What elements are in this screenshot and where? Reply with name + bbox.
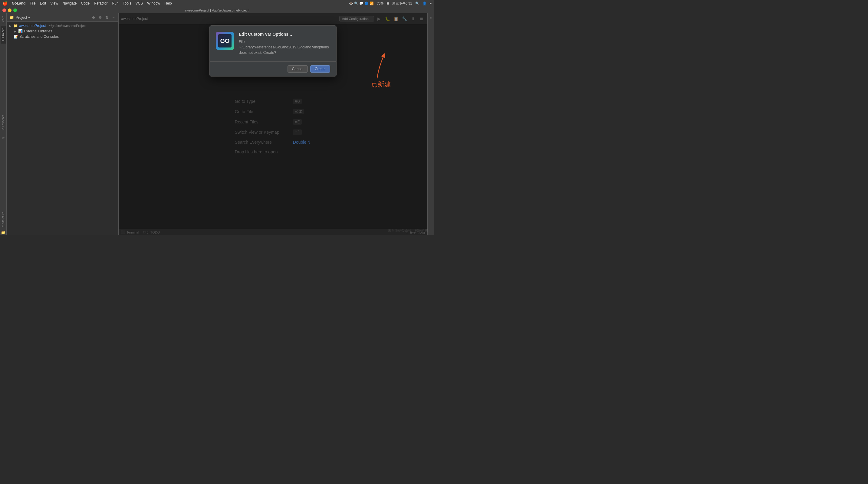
window-title: awesomeProject [~/go/src/awesomeProject] (185, 8, 249, 12)
dialog-title: Edit Custom VM Options... (239, 32, 330, 37)
annotation-text: 点新建 (371, 80, 391, 89)
folder-icon: 📁 (0, 230, 6, 235)
dialog-body: Edit Custom VM Options... File '~/Librar… (239, 32, 330, 55)
scratches-label: Scratches and Consoles (19, 34, 59, 39)
search-icon[interactable]: 🔍 (415, 1, 420, 5)
editor-area: awesomeProject Add Configuration... ▶ 🐛 … (119, 13, 427, 235)
dialog-footer: Cancel Create (210, 61, 336, 76)
tree-item-external-libs[interactable]: ▶ 📊 External Libraries (7, 28, 118, 34)
menu-view[interactable]: View (50, 1, 58, 5)
external-libs-label: External Libraries (24, 29, 52, 33)
menu-help[interactable]: Help (164, 1, 172, 5)
menu-tools[interactable]: Tools (123, 1, 131, 5)
menu-extra-icon: ≡ (430, 1, 432, 5)
collapse-icon[interactable]: − (111, 15, 116, 20)
status-icons: 👁️ 🔍 💬 🔵 📶 (349, 1, 374, 5)
right-icons: ≡ (427, 13, 434, 235)
menu-code[interactable]: Code (81, 1, 90, 5)
tab-structure[interactable]: Z: Structure (1, 209, 6, 230)
tree-item-project-root[interactable]: ▶ 📁 awesomeProject ~/go/src/awesomeProje… (7, 23, 118, 28)
menubar: 🍎 GoLand File Edit View Navigate Code Re… (0, 0, 434, 7)
dialog-content: GO Edit Custom VM Options... File '~/Lib… (210, 26, 336, 61)
project-title[interactable]: Project ▾ (16, 15, 30, 20)
menu-navigate[interactable]: Navigate (62, 1, 76, 5)
main-layout: Learn 1: Project 2: Favorites ☆ Z: Struc… (0, 13, 434, 235)
maximize-button[interactable] (13, 8, 17, 12)
sort-icon[interactable]: ⇅ (104, 15, 109, 20)
tree-item-scratches[interactable]: 📝 Scratches and Consoles (7, 34, 118, 39)
svg-text:GO: GO (220, 37, 229, 44)
menu-file[interactable]: File (30, 1, 35, 5)
datetime: 周三下午3:31 (392, 1, 412, 6)
apple-menu[interactable]: 🍎 (2, 1, 7, 6)
project-folder-icon: 📁 (9, 15, 14, 20)
annotation-arrow-svg (368, 53, 386, 80)
left-panel-tabs: Learn 1: Project 2: Favorites ☆ Z: Struc… (0, 13, 7, 235)
minimize-button[interactable] (8, 8, 11, 12)
project-panel: 📁 Project ▾ ⊕ ⚙ ⇅ − ▶ 📁 awesomeProject ~… (7, 13, 119, 235)
project-dropdown-icon[interactable]: ▾ (28, 15, 30, 20)
user-icon: 👤 (423, 1, 427, 5)
close-button[interactable] (2, 8, 6, 12)
project-header: 📁 Project ▾ ⊕ ⚙ ⇅ − (7, 13, 118, 22)
right-icon-1: ≡ (428, 14, 434, 21)
cancel-button[interactable]: Cancel (287, 65, 308, 73)
create-button[interactable]: Create (310, 65, 330, 73)
external-libs-icon: 📊 (18, 29, 23, 33)
menu-edit[interactable]: Edit (40, 1, 46, 5)
project-root-path: ~/go/src/awesomeProject (49, 24, 87, 28)
titlebar: awesomeProject [~/go/src/awesomeProject] (0, 7, 434, 13)
scratches-icon: 📝 (14, 35, 18, 39)
tree-arrow-ext: ▶ (14, 30, 17, 33)
settings-icon[interactable]: ⚙ (98, 15, 102, 20)
tree-arrow-project: ▶ (9, 24, 12, 28)
tab-project[interactable]: 1: Project (1, 26, 6, 43)
menu-refactor[interactable]: Refactor (94, 1, 107, 5)
locate-icon[interactable]: ⊕ (91, 15, 96, 20)
project-icons-right: ⊕ ⚙ ⇅ − (91, 15, 116, 20)
star-icon: ☆ (1, 135, 5, 141)
annotation: 点新建 (371, 77, 391, 89)
battery-status: 75% (377, 1, 383, 5)
menu-goland[interactable]: GoLand (12, 1, 25, 5)
dialog-logo: GO (216, 32, 234, 50)
dialog-message: File '~/Library/Preferences/GoLand2019.3… (239, 39, 330, 55)
project-root-icon: 📁 (13, 24, 18, 28)
menu-run[interactable]: Run (112, 1, 119, 5)
tab-learn[interactable]: Learn (1, 13, 6, 26)
menubar-right: 👁️ 🔍 💬 🔵 📶 75% ⊞ 周三下午3:31 🔍 👤 ≡ (349, 1, 432, 6)
project-root-label: awesomeProject (19, 24, 46, 28)
dialog: GO Edit Custom VM Options... File '~/Lib… (210, 25, 337, 76)
menubar-left: 🍎 GoLand File Edit View Navigate Code Re… (2, 1, 172, 6)
menu-vcs[interactable]: VCS (135, 1, 143, 5)
grid-icon: ⊞ (386, 1, 389, 5)
window-controls (2, 8, 17, 12)
tab-favorites[interactable]: 2: Favorites (1, 112, 6, 133)
menu-window[interactable]: Window (147, 1, 160, 5)
file-tree: ▶ 📁 awesomeProject ~/go/src/awesomeProje… (7, 22, 118, 235)
dialog-overlay: GO Edit Custom VM Options... File '~/Lib… (119, 13, 427, 235)
